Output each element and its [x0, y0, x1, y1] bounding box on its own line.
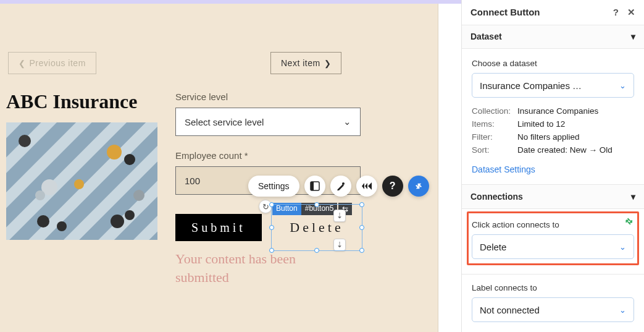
label-connects-select[interactable]: Not connected ⌄ — [472, 297, 634, 322]
choose-dataset-label: Choose a dataset — [472, 59, 634, 68]
svg-point-3 — [19, 135, 31, 147]
selection-type-badge: Button — [272, 203, 301, 215]
download-pin-icon[interactable]: ⇣ — [333, 210, 346, 222]
chevron-down-icon: ⌄ — [619, 81, 626, 90]
svg-point-5 — [124, 154, 135, 165]
svg-rect-15 — [311, 182, 314, 190]
connections-section: ⇄ Click action connects to Delete ⌄ — [462, 209, 644, 275]
chevron-down-icon: ⌄ — [619, 305, 626, 315]
help-icon[interactable]: ? — [613, 7, 619, 18]
hero-image — [6, 122, 157, 240]
click-action-value: Delete — [480, 242, 506, 252]
dataset-section: Choose a dataset Insurance Companies … ⌄… — [462, 49, 644, 185]
next-item-label: Next item — [281, 58, 320, 68]
editor-canvas: ❮ Previous item Next item ❯ ABC Insuranc… — [0, 0, 461, 332]
svg-point-7 — [35, 190, 45, 200]
connect-panel: Connect Button ? ✕ Dataset ▾ Choose a da… — [461, 0, 644, 332]
close-icon[interactable]: ✕ — [627, 7, 635, 18]
employee-count-label: Employee count * — [175, 150, 248, 161]
click-action-label: Click action connects to — [472, 220, 634, 229]
svg-point-10 — [57, 221, 67, 231]
layout-icon[interactable] — [304, 176, 325, 197]
svg-point-8 — [74, 179, 84, 189]
label-connects-label: Label connects to — [472, 283, 634, 292]
svg-point-16 — [342, 182, 345, 185]
chevron-left-icon: ❮ — [19, 59, 26, 68]
meta-row: Sort:Date created: New → Old — [472, 145, 634, 155]
chevron-down-icon: ⌄ — [619, 242, 626, 252]
svg-point-11 — [111, 215, 124, 228]
page-preview: ❮ Previous item Next item ❯ ABC Insuranc… — [0, 4, 435, 332]
panel-header: Connect Button ? ✕ — [462, 0, 644, 25]
help-icon[interactable]: ? — [382, 176, 403, 197]
submit-success-message: Your content has been submitted — [175, 250, 336, 286]
canvas-margin — [438, 4, 461, 332]
resize-handle[interactable] — [359, 225, 364, 230]
panel-title: Connect Button — [470, 7, 540, 17]
dataset-settings-link[interactable]: Dataset Settings — [472, 164, 535, 174]
resize-handle[interactable] — [359, 202, 364, 207]
svg-point-13 — [133, 190, 144, 201]
label-connect-section: Label connects to Not connected ⌄ — [462, 275, 644, 332]
resize-handle[interactable] — [269, 225, 274, 230]
download-pin-icon[interactable]: ⇣ — [333, 239, 346, 251]
svg-point-9 — [37, 215, 49, 228]
click-action-select[interactable]: Delete ⌄ — [472, 234, 634, 259]
next-item-button[interactable]: Next item ❯ — [270, 52, 341, 74]
svg-point-4 — [107, 145, 122, 160]
connections-accordion[interactable]: Connections ▾ — [462, 185, 644, 209]
design-icon[interactable] — [330, 176, 351, 197]
caret-down-icon: ▾ — [631, 32, 635, 41]
label-connects-value: Not connected — [480, 305, 540, 315]
refresh-icon[interactable]: ↻ — [259, 200, 272, 213]
service-level-placeholder: Select service level — [185, 117, 264, 127]
binding-indicator-icon: ⇄ — [624, 215, 635, 226]
dataset-meta: Collection:Insurance Companies Items:Lim… — [472, 106, 634, 155]
chevron-down-icon: ⌄ — [343, 116, 351, 127]
page-title: ABC Insurance — [6, 90, 137, 113]
service-level-select[interactable]: Select service level ⌄ — [175, 108, 361, 136]
connect-data-icon[interactable] — [408, 176, 429, 197]
svg-point-12 — [125, 210, 135, 220]
previous-item-label: Previous item — [30, 58, 86, 68]
meta-row: Filter:No filters applied — [472, 132, 634, 142]
previous-item-button[interactable]: ❮ Previous item — [8, 52, 96, 74]
resize-handle[interactable] — [359, 248, 364, 253]
selection-id-badge: #button5 — [301, 203, 338, 215]
chevron-right-icon: ❯ — [324, 59, 332, 68]
meta-row: Collection:Insurance Companies — [472, 106, 634, 116]
connections-header-label: Connections — [470, 192, 523, 202]
click-action-group: ⇄ Click action connects to Delete ⌄ — [472, 219, 634, 260]
submit-button[interactable]: Submit — [175, 214, 262, 241]
settings-button[interactable]: Settings — [248, 176, 299, 197]
dataset-select[interactable]: Insurance Companies … ⌄ — [472, 73, 634, 98]
dataset-accordion[interactable]: Dataset ▾ — [462, 25, 644, 49]
animation-icon[interactable] — [356, 176, 377, 197]
service-level-label: Service level — [175, 92, 228, 102]
meta-row: Items:Limited to 12 — [472, 119, 634, 129]
dataset-selected-value: Insurance Companies … — [480, 80, 582, 91]
element-toolbar: Settings ? — [248, 176, 429, 197]
dataset-header-label: Dataset — [470, 32, 502, 41]
caret-down-icon: ▾ — [631, 192, 635, 202]
